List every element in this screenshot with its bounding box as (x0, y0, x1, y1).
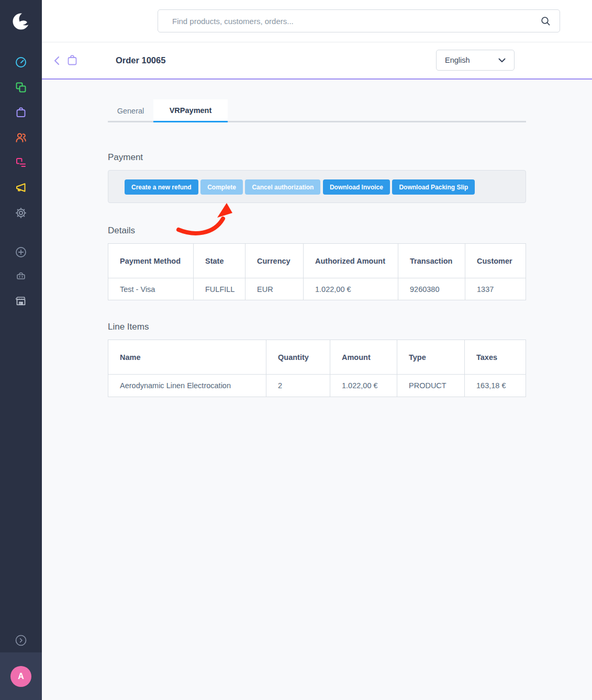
storefront-icon[interactable] (15, 295, 27, 307)
user-avatar[interactable]: A (10, 666, 31, 687)
details-table-row: Test - Visa FULFILL EUR 1.022,00 € 92603… (108, 278, 526, 300)
language-select[interactable]: English (436, 50, 515, 71)
col-currency: Currency (245, 244, 304, 278)
sidebar-item-settings[interactable] (15, 207, 27, 219)
sidebar-item-marketing[interactable] (15, 182, 27, 194)
red-arrow-annotation (173, 199, 241, 247)
sidebar-item-catalogues[interactable] (15, 81, 27, 94)
sidebar-item-orders[interactable] (15, 106, 27, 119)
col-type: Type (397, 340, 465, 374)
col-state: State (194, 244, 245, 278)
expand-sidebar-icon[interactable] (15, 634, 27, 647)
shopware-admin-window: A Order 10065 (0, 0, 592, 700)
add-module-icon[interactable] (15, 246, 27, 258)
cell-type: PRODUCT (397, 375, 465, 397)
cell-currency: EUR (245, 278, 304, 300)
basket-icon[interactable] (16, 270, 26, 281)
cell-name: Aerodynamic Linen Electrocation (108, 375, 266, 397)
col-customer: Customer (465, 244, 526, 278)
global-search (158, 9, 560, 32)
col-taxes: Taxes (465, 340, 526, 374)
search-input[interactable] (158, 10, 560, 32)
line-items-table-row: Aerodynamic Linen Electrocation 2 1.022,… (108, 374, 526, 397)
order-module-icon (67, 54, 77, 66)
cell-taxes: 163,18 € (465, 375, 526, 397)
tab-vrpayment[interactable]: VRPayment (153, 99, 228, 121)
download-invoice-button[interactable]: Download Invoice (323, 179, 390, 195)
back-button-icon[interactable] (53, 55, 61, 66)
main-sidebar: A (0, 0, 42, 700)
cell-transaction: 9260380 (398, 278, 465, 300)
line-items-table: Name Quantity Amount Type Taxes Aerodyna… (108, 340, 526, 397)
search-icon[interactable] (540, 16, 551, 27)
col-amount: Amount (330, 340, 397, 374)
sidebar-item-content[interactable] (15, 156, 27, 169)
download-packing-slip-button[interactable]: Download Packing Slip (392, 179, 475, 195)
details-section-heading: Details (108, 225, 135, 236)
cell-authorized-amount: 1.022,00 € (304, 278, 398, 300)
payment-section-heading: Payment (108, 152, 143, 163)
tab-general[interactable]: General (108, 100, 153, 121)
page-title: Order 10065 (116, 55, 165, 65)
shopware-logo-icon (10, 11, 31, 32)
cell-amount: 1.022,00 € (330, 375, 397, 397)
line-items-section-heading: Line Items (108, 322, 149, 332)
col-payment-method: Payment Method (108, 244, 194, 278)
sidebar-item-dashboard[interactable] (15, 56, 27, 69)
top-bar (42, 0, 592, 42)
cancel-authorization-button[interactable]: Cancel authorization (245, 179, 320, 195)
cell-state: FULFILL (194, 278, 245, 300)
payment-actions: Create a new refund Complete Cancel auth… (125, 179, 475, 195)
tab-active-indicator (153, 121, 228, 122)
line-items-table-header: Name Quantity Amount Type Taxes (108, 340, 526, 374)
col-transaction: Transaction (398, 244, 465, 278)
col-quantity: Quantity (266, 340, 330, 374)
sidebar-item-customers[interactable] (15, 131, 27, 144)
details-table: Payment Method State Currency Authorized… (108, 243, 526, 300)
cell-quantity: 2 (266, 375, 330, 397)
col-authorized-amount: Authorized Amount (304, 244, 398, 278)
col-name: Name (108, 340, 266, 374)
create-refund-button[interactable]: Create a new refund (125, 179, 198, 195)
language-select-value: English (445, 56, 470, 64)
chevron-down-icon (498, 58, 506, 63)
details-table-header: Payment Method State Currency Authorized… (108, 244, 526, 278)
complete-button[interactable]: Complete (200, 179, 243, 195)
cell-customer: 1337 (465, 278, 526, 300)
cell-payment-method: Test - Visa (108, 278, 194, 300)
